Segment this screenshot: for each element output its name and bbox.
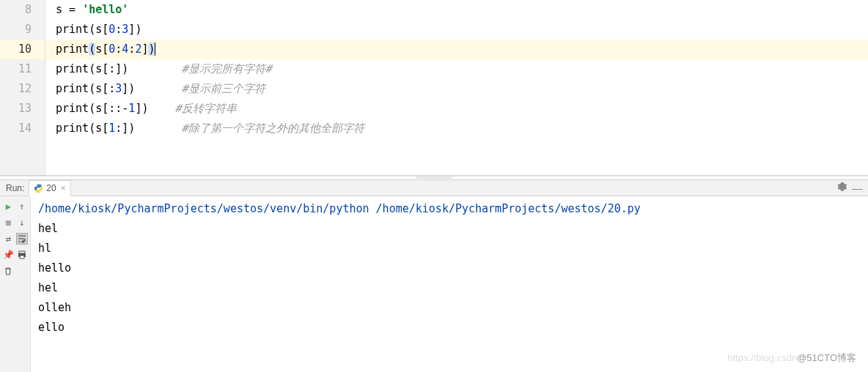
print-icon[interactable] [16,249,28,261]
comment: #反转字符串 [175,102,237,115]
up-icon[interactable]: ↑ [16,201,28,212]
gear-icon[interactable] [837,182,847,194]
console-line: ello [38,318,861,338]
play-icon[interactable]: ▶ [2,201,14,212]
code-editor[interactable]: 891011121314 s = 'hello'print(s[0:3])pri… [0,0,868,176]
line-number: 12 [0,79,32,99]
svg-rect-0 [19,251,25,253]
text-caret [155,42,155,56]
console-line: hel [38,219,861,239]
console-line: hello [38,258,861,278]
run-tab[interactable]: 20 × [29,180,70,196]
run-panel-body: ▶ ↑ ■ ↓ ⇄ 📌 /home/kiosk/PycharmProject [0,196,868,372]
code-line[interactable]: print(s[0:3]) [56,20,868,40]
minimize-icon[interactable]: — [852,182,862,194]
restart-icon[interactable]: ⇄ [2,233,14,245]
console-output[interactable]: /home/kiosk/PycharmProjects/westos/venv/… [31,196,868,372]
line-number: 13 [0,99,32,119]
code-area[interactable]: s = 'hello'print(s[0:3])print(s[0:4:2])p… [45,0,868,175]
line-number: 8 [0,0,32,20]
code-line[interactable]: print(s[:3]) #显示前三个字符 [56,79,868,99]
line-number: 10 [0,40,45,59]
close-icon[interactable]: × [61,183,66,193]
wrap-icon[interactable] [16,233,28,245]
watermark: https://blog.csdn@51CTO博客 [727,348,856,368]
code-line[interactable]: print(s[::-1]) #反转字符串 [56,99,868,119]
code-line[interactable]: s = 'hello' [56,0,868,20]
run-panel-header: Run: 20 × — [0,180,868,196]
splitter-handle[interactable] [416,176,452,181]
run-toolbar: ▶ ↑ ■ ↓ ⇄ 📌 [0,196,31,372]
console-line: olleh [38,298,861,318]
down-icon[interactable]: ↓ [16,217,28,228]
comment: #显示完所有字符# [182,62,272,75]
line-number-gutter: 891011121314 [0,0,45,175]
console-line: hl [38,239,861,258]
trash-icon[interactable] [2,265,14,277]
run-label: Run: [6,183,24,193]
pin-icon[interactable]: 📌 [2,249,14,261]
comment: #显示前三个字符 [182,82,265,95]
stop-icon[interactable]: ■ [2,217,14,228]
console-command: /home/kiosk/PycharmProjects/westos/venv/… [38,199,861,219]
line-number: 9 [0,20,32,40]
pane-splitter[interactable] [0,176,868,180]
line-number: 11 [0,59,32,79]
svg-rect-2 [20,256,24,258]
code-line[interactable]: print(s[:]) #显示完所有字符# [56,59,868,79]
comment: #除了第一个字符之外的其他全部字符 [182,122,364,135]
console-line: hel [38,278,861,298]
python-icon [34,184,43,193]
run-tab-label: 20 [46,183,56,193]
line-number: 14 [0,119,32,138]
code-line[interactable]: print(s[0:4:2]) [45,40,868,59]
code-line[interactable]: print(s[1:]) #除了第一个字符之外的其他全部字符 [56,119,868,138]
